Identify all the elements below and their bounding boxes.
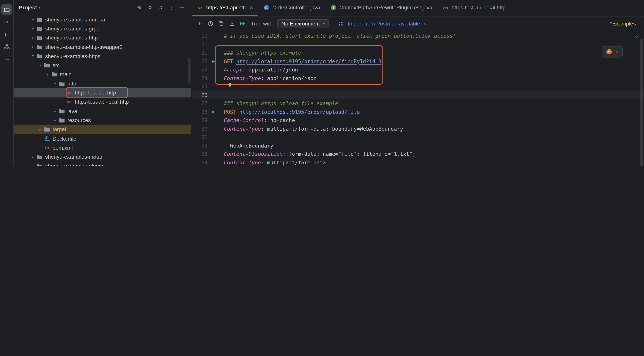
- project-tree-item[interactable]: ▾shenyu-examples-https: [14, 52, 192, 61]
- inspections-ok-icon[interactable]: [634, 33, 640, 42]
- code-line[interactable]: 31: [192, 133, 644, 142]
- editor-body[interactable]: 19# if you used IDEA, start example proj…: [192, 31, 644, 166]
- dismiss-postman-icon[interactable]: ×: [423, 21, 426, 26]
- tree-item-label: shenyu-examples-grpc: [45, 26, 99, 32]
- project-tree-item[interactable]: ▸shenyu-examples-grpc: [14, 24, 192, 33]
- collapse-all-icon[interactable]: [156, 3, 165, 12]
- examples-label[interactable]: *Examples: [610, 20, 641, 27]
- editor-tab[interactable]: COrderController.java: [258, 0, 325, 16]
- code-line[interactable]: 22GET http://localhost:9195/order/order/…: [192, 57, 644, 66]
- chevron-right-icon[interactable]: ▸: [30, 45, 36, 49]
- project-tree-item[interactable]: ▸resources: [14, 116, 192, 125]
- locate-file-icon[interactable]: ⊕: [135, 3, 144, 12]
- tree-item-label: https-test-api.http: [75, 90, 116, 96]
- project-panel-title[interactable]: Project: [19, 5, 37, 11]
- code-line[interactable]: 19# if you used IDEA, start example proj…: [192, 32, 644, 41]
- project-tree-item[interactable]: ▸shenyu-examples-motan: [14, 152, 192, 162]
- code-line[interactable]: 32--WebAppBoundary: [192, 142, 644, 150]
- project-tree-item[interactable]: ▸target: [14, 125, 192, 134]
- close-tab-icon[interactable]: ×: [250, 5, 253, 10]
- postman-import-link[interactable]: Import from Postman available: [348, 20, 420, 27]
- project-panel: Project ▾ ⊕⋮— ▸shenyu-examples-eureka▸sh…: [14, 0, 192, 166]
- line-number: 31: [192, 133, 208, 142]
- chevron-right-icon[interactable]: ▸: [52, 118, 58, 122]
- copy-request-icon[interactable]: [216, 19, 226, 28]
- code-line[interactable]: 28POST http://localhost:9195/order/uploa…: [192, 108, 644, 116]
- code-text: ### shengyu https upload file example: [218, 99, 338, 108]
- folder-icon: [58, 117, 65, 123]
- run-all-icon[interactable]: [238, 19, 247, 28]
- chevron-down-icon[interactable]: ▾: [39, 5, 40, 10]
- tree-item-label: java: [68, 108, 77, 114]
- environment-value: No Environment: [282, 20, 320, 27]
- project-tree-item[interactable]: ▸shenyu-examples-eureka: [14, 15, 192, 24]
- project-tree-item[interactable]: ▸shenyu-examples-http: [14, 33, 192, 42]
- code-line[interactable]: 25: [192, 83, 644, 91]
- chevron-right-icon[interactable]: ▸: [30, 155, 36, 159]
- run-request-icon[interactable]: [207, 59, 218, 64]
- line-number: 23: [192, 66, 208, 74]
- code-line[interactable]: 29Cache-Control: no-cache: [192, 116, 644, 125]
- activity-bar: ⋯: [0, 0, 14, 166]
- history-icon[interactable]: [206, 19, 215, 28]
- structure-tool-button[interactable]: [1, 41, 12, 52]
- editor-area: APIhttps-test-api.http×COrderController.…: [192, 0, 644, 166]
- chevron-down-icon[interactable]: ▾: [30, 54, 36, 58]
- chevron-right-icon[interactable]: ▸: [30, 164, 36, 166]
- code-line[interactable]: 20: [192, 41, 644, 49]
- project-tree-item[interactable]: ▸shenyu-examples-http-swagger2: [14, 42, 192, 52]
- add-request-icon[interactable]: +: [195, 19, 204, 28]
- expand-all-icon[interactable]: [145, 3, 154, 12]
- editor-tab[interactable]: APIhttps-test-api-local.http: [437, 0, 510, 16]
- commit-tool-button[interactable]: [1, 17, 12, 27]
- code-line[interactable]: 34Content-Type: multipart/form-data: [192, 158, 644, 166]
- run-with-label: Run with:: [252, 20, 274, 27]
- code-line[interactable]: 21### shengyu https example: [192, 49, 644, 57]
- close-widget-icon[interactable]: ×: [616, 49, 619, 55]
- folder-icon: [58, 108, 65, 114]
- options-icon[interactable]: ⋮: [167, 3, 176, 12]
- more-tools-tool-button[interactable]: ⋯: [1, 54, 12, 64]
- project-tree-item[interactable]: APIhttps-test-api-local.http: [14, 97, 192, 107]
- tab-options-icon[interactable]: ⋮: [632, 4, 641, 13]
- code-line[interactable]: 33Content-Disposition: form-data; name="…: [192, 150, 644, 158]
- editor-tab[interactable]: APIhttps-test-api.http×: [192, 0, 258, 16]
- project-tree-item[interactable]: ▸shenyu-examples-plugin: [14, 162, 192, 166]
- project-tool-button[interactable]: [1, 4, 12, 15]
- project-tree-item[interactable]: APIhttps-test-api.http: [14, 88, 192, 97]
- chevron-right-icon[interactable]: ▸: [52, 109, 58, 113]
- structure-icon: [3, 43, 10, 50]
- project-tree-item[interactable]: ▾http: [14, 79, 192, 88]
- chevron-right-icon[interactable]: ▸: [30, 27, 36, 31]
- intention-bulb-icon[interactable]: [227, 82, 232, 90]
- code-line[interactable]: 26: [192, 91, 644, 99]
- project-tree-item[interactable]: ▸java: [14, 107, 192, 116]
- code-line[interactable]: 23Accept: application/json: [192, 66, 644, 74]
- pull-requests-tool-button[interactable]: [1, 29, 12, 40]
- chevron-down-icon[interactable]: ▾: [37, 63, 44, 67]
- environment-select[interactable]: No Environment ▾: [278, 19, 329, 28]
- project-tree-item[interactable]: ▾src: [14, 61, 192, 70]
- chevron-right-icon[interactable]: ▸: [37, 127, 44, 131]
- chevron-right-icon[interactable]: ▸: [30, 36, 36, 40]
- chevron-right-icon[interactable]: ▸: [30, 17, 36, 21]
- project-scrollbar[interactable]: [188, 58, 191, 84]
- code-lines: 19# if you used IDEA, start example proj…: [192, 31, 644, 166]
- chevron-down-icon[interactable]: ▾: [52, 81, 58, 86]
- project-tree-item[interactable]: ▾main: [14, 70, 192, 79]
- project-tree-item[interactable]: mpom.xml: [14, 143, 192, 152]
- assistant-badge-icon[interactable]: [606, 49, 612, 55]
- code-line[interactable]: 24Content-Type: application/json: [192, 74, 644, 83]
- chevron-down-icon[interactable]: ▾: [44, 72, 51, 76]
- folder-icon: [58, 81, 65, 87]
- editor-tab[interactable]: TContextPathAndRewritePluginTest.java: [325, 0, 437, 16]
- pull-requests-icon: [3, 31, 10, 37]
- editor-scrollbar[interactable]: [640, 39, 643, 166]
- hide-panel-icon[interactable]: —: [178, 3, 186, 12]
- run-request-icon[interactable]: [207, 110, 218, 114]
- code-line[interactable]: 30Content-Type: multipart/form-data; bou…: [192, 125, 644, 133]
- code-line[interactable]: 27### shengyu https upload file example: [192, 99, 644, 108]
- import-requests-icon[interactable]: [227, 19, 236, 28]
- project-tree-item[interactable]: Dockerfile: [14, 134, 192, 143]
- tree-item-label: src: [53, 62, 60, 68]
